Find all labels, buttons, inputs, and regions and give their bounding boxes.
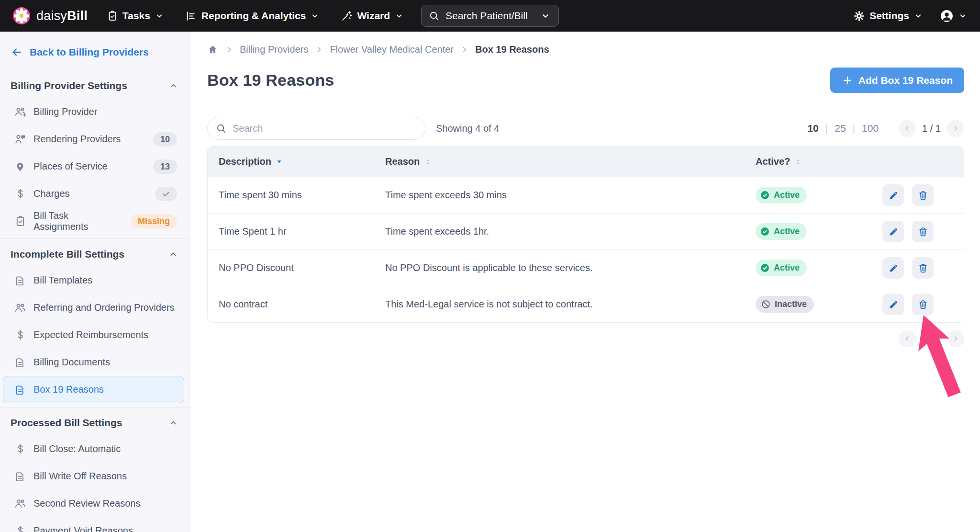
edit-button[interactable] — [882, 294, 904, 315]
page-size-option-25[interactable]: 25 — [835, 123, 846, 134]
edit-button[interactable] — [882, 221, 904, 242]
delete-button[interactable] — [912, 294, 934, 315]
chevron-down-icon — [540, 11, 551, 21]
table-row: No PPO DiscountNo PPO Discount is applic… — [208, 249, 964, 286]
plus-icon — [842, 75, 853, 86]
search-input[interactable] — [207, 117, 425, 140]
section-title: Incomplete Bill Settings — [11, 249, 124, 260]
trash-icon — [917, 226, 929, 238]
cell-reason: Time spent exceeds 1hr. — [385, 226, 756, 237]
sidebar-item-second-review-reasons[interactable]: Second Review Reasons — [3, 490, 184, 517]
nav-item-reporting-analytics[interactable]: Reporting & Analytics — [185, 10, 320, 22]
table-header-row: Description Reason Active? — [208, 147, 964, 177]
page-size-selector: 10|25|100 — [807, 123, 879, 134]
search-patient-bill-button[interactable]: Search Patient/Bill — [421, 5, 559, 27]
home-icon[interactable] — [207, 44, 218, 55]
showing-count-label: Showing 4 of 4 — [436, 123, 499, 134]
sort-icon — [794, 158, 802, 166]
table-row: Time spent 30 minsTime spent exceeds 30 … — [208, 177, 964, 213]
cell-reason: Time spent exceeds 30 mins — [385, 190, 756, 201]
chevron-right-icon — [224, 45, 234, 54]
sidebar-item-bill-write-off-reasons[interactable]: Bill Write Off Reasons — [3, 463, 184, 490]
edit-button[interactable] — [882, 257, 904, 279]
sidebar-item-bill-close-automatic[interactable]: Bill Close: Automatic — [3, 435, 184, 463]
arrow-left-icon — [11, 46, 23, 58]
sort-icon — [424, 158, 432, 166]
page-indicator: 1 / 1 — [922, 333, 941, 344]
table-row: Time Spent 1 hrTime spent exceeds 1hr.Ac… — [208, 213, 964, 249]
page-title: Box 19 Reasons — [207, 71, 334, 90]
settings-menu[interactable]: Settings — [853, 10, 923, 22]
nav-item-wizard[interactable]: Wizard — [341, 10, 404, 22]
breadcrumb-link-flower-valley-medical-center[interactable]: Flower Valley Medical Center — [330, 44, 454, 55]
check-circle-icon — [760, 190, 770, 200]
search-patient-bill-label: Search Patient/Bill — [445, 10, 535, 22]
sidebar-item-bill-task-assignments[interactable]: Bill Task AssignmentsMissing — [3, 207, 184, 235]
sidebar-item-billing-provider[interactable]: Billing Provider — [3, 98, 184, 125]
sidebar-item-bill-templates[interactable]: Bill Templates — [3, 267, 184, 294]
page-indicator: 1 / 1 — [922, 123, 941, 134]
breadcrumb-link-billing-providers[interactable]: Billing Providers — [240, 44, 308, 55]
dollar-icon — [14, 443, 26, 455]
user-avatar-icon — [939, 9, 954, 23]
delete-button[interactable] — [912, 257, 934, 279]
sort-desc-icon — [276, 158, 283, 165]
sidebar-section-processed-bill-settings[interactable]: Processed Bill Settings — [0, 407, 189, 429]
table-row: No contractThis Med-Legal service is not… — [208, 286, 964, 322]
pagination-top: 1 / 1 — [899, 120, 964, 137]
breadcrumb-current: Box 19 Reasons — [475, 44, 549, 55]
next-page-button[interactable] — [947, 330, 964, 347]
cell-reason: This Med-Legal service is not subject to… — [385, 299, 756, 310]
previous-page-button[interactable] — [899, 120, 916, 137]
delete-button[interactable] — [912, 221, 934, 242]
next-page-button[interactable] — [947, 120, 964, 137]
daisybill-logo[interactable]: daisyBill — [12, 7, 88, 25]
map-pin-icon — [14, 160, 26, 173]
chevron-down-icon — [958, 11, 968, 21]
sidebar-item-box-19-reasons[interactable]: Box 19 Reasons — [3, 376, 184, 403]
missing-badge: Missing — [131, 214, 177, 228]
column-header-reason[interactable]: Reason — [385, 156, 756, 167]
sidebar-item-charges[interactable]: Charges — [3, 180, 184, 207]
sidebar-section-incomplete-bill-settings[interactable]: Incomplete Bill Settings — [0, 239, 189, 260]
dollar-icon — [14, 188, 26, 200]
page-size-option-100[interactable]: 100 — [862, 123, 879, 134]
slash-circle-icon — [761, 299, 771, 309]
sidebar-item-label: Bill Write Off Reasons — [33, 471, 127, 482]
sidebar-section-billing-provider-settings[interactable]: Billing Provider Settings — [0, 70, 189, 91]
back-to-billing-providers-link[interactable]: Back to Billing Providers — [0, 32, 189, 70]
sidebar-item-expected-reimbursements[interactable]: Expected Reimbursements — [3, 321, 184, 349]
search-icon — [428, 10, 440, 22]
previous-page-button[interactable] — [899, 330, 916, 347]
sidebar-item-label: Bill Close: Automatic — [33, 443, 121, 454]
trash-icon — [917, 190, 929, 201]
pagination-bottom: 1 / 1 — [207, 330, 964, 347]
document-icon — [14, 274, 26, 287]
column-header-description[interactable]: Description — [219, 156, 385, 167]
sidebar-item-payment-void-reasons[interactable]: Payment Void Reasons — [3, 517, 184, 532]
add-box-19-reason-button[interactable]: Add Box 19 Reason — [830, 68, 964, 93]
nav-item-tasks[interactable]: Tasks — [107, 10, 164, 22]
status-badge: Active — [756, 223, 807, 240]
delete-button[interactable] — [912, 184, 934, 206]
page-size-option-10[interactable]: 10 — [807, 123, 818, 134]
sidebar-item-label: Payment Void Reasons — [33, 525, 133, 532]
sidebar-item-referring-and-ordering-providers[interactable]: Referring and Ordering Providers — [3, 294, 184, 321]
document-icon — [14, 384, 26, 396]
chevron-up-icon — [168, 249, 178, 260]
search-icon — [215, 123, 227, 134]
edit-button[interactable] — [882, 184, 904, 206]
nav-item-label: Tasks — [122, 10, 150, 22]
main-content: Billing ProvidersFlower Valley Medical C… — [189, 32, 980, 532]
pencil-icon — [888, 299, 899, 310]
status-label: Active — [774, 263, 800, 273]
sidebar-item-places-of-service[interactable]: Places of Service13 — [3, 153, 184, 180]
user-account-menu[interactable] — [939, 9, 968, 23]
chevron-up-icon — [168, 80, 178, 91]
sidebar-item-billing-documents[interactable]: Billing Documents — [3, 349, 184, 376]
sidebar-item-rendering-providers[interactable]: Rendering Providers10 — [3, 125, 184, 153]
settings-sidebar: Back to Billing Providers Billing Provid… — [0, 32, 189, 532]
column-header-active[interactable]: Active? — [756, 156, 882, 167]
sidebar-item-label: Bill Task Assignments — [33, 210, 123, 232]
users-icon — [14, 498, 26, 510]
